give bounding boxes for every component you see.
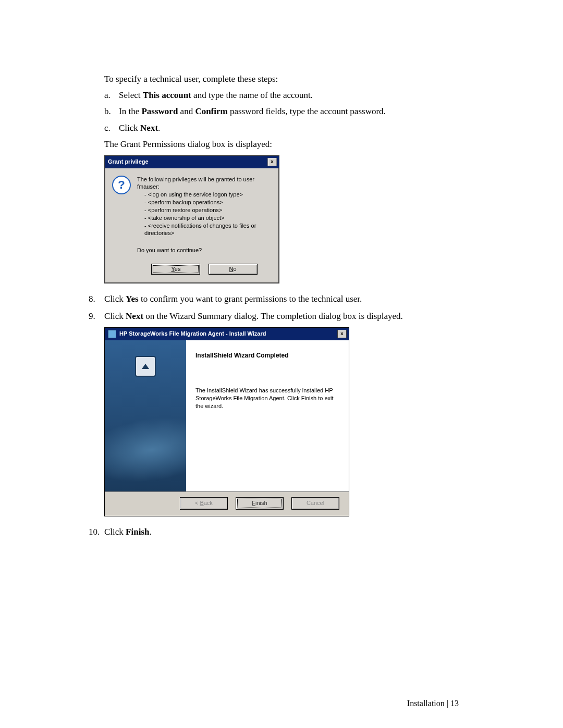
wizard-heading: InstallShield Wizard Completed [195,351,337,361]
dialog-text: The following privileges will be granted… [137,176,272,275]
back-button[interactable]: < Back [180,497,228,510]
intro-text: To specify a technical user, complete th… [104,72,459,86]
wizard-content: InstallShield Wizard Completed The Insta… [186,340,349,491]
grant-dialog-intro: The Grant Permissions dialog box is disp… [104,137,459,151]
continue-prompt: Do you want to continue? [137,246,272,254]
step-body: Click Next on the Wizard Summary dialog.… [104,309,459,323]
page-footer: Installation | 13 [407,697,459,710]
step-10: 10. Click Finish. [89,525,459,539]
step-body: In the Password and Confirm password fie… [119,104,459,118]
yes-button[interactable]: Yes [151,264,200,275]
step-marker: 8. [89,292,104,306]
step-a: a. Select This account and type the name… [104,88,459,102]
wizard-logo-icon [135,356,156,377]
app-icon [108,330,116,338]
step-marker: 10. [89,525,104,539]
dialog-titlebar: Grant privilege × [105,156,279,168]
dialog-title: Grant privilege [108,157,149,167]
step-marker: a. [104,88,119,102]
step-9: 9. Click Next on the Wizard Summary dial… [89,309,459,323]
step-marker: b. [104,104,119,118]
grant-privilege-dialog: Grant privilege × ? The following privil… [104,155,279,283]
question-icon: ? [112,176,131,194]
wizard-footer: < Back Finish Cancel [105,491,349,516]
dialog-title: HP StorageWorks File Migration Agent - I… [119,329,266,339]
close-icon[interactable]: × [337,330,347,338]
dialog-titlebar: HP StorageWorks File Migration Agent - I… [105,328,349,340]
step-body: Select This account and type the name of… [119,88,459,102]
dialog-body: ? The following privileges will be grant… [105,168,279,283]
finish-button[interactable]: Finish [236,497,284,510]
step-body: Click Finish. [104,525,459,539]
no-button[interactable]: No [209,264,258,275]
step-b: b. In the Password and Confirm password … [104,104,459,118]
step-marker: c. [104,121,119,135]
cancel-button[interactable]: Cancel [291,497,339,510]
wizard-body-text: The InstallShield Wizard has successfull… [195,387,337,410]
wizard-sidebar [105,340,186,491]
step-8: 8. Click Yes to confirm you want to gran… [89,292,459,306]
step-body: Click Next. [119,121,459,135]
step-c: c. Click Next. [104,121,459,135]
close-icon[interactable]: × [267,158,277,166]
install-wizard-dialog: HP StorageWorks File Migration Agent - I… [104,327,349,516]
step-marker: 9. [89,309,104,323]
step-body: Click Yes to confirm you want to grant p… [104,292,459,306]
document-page: To specify a technical user, complete th… [0,0,563,728]
